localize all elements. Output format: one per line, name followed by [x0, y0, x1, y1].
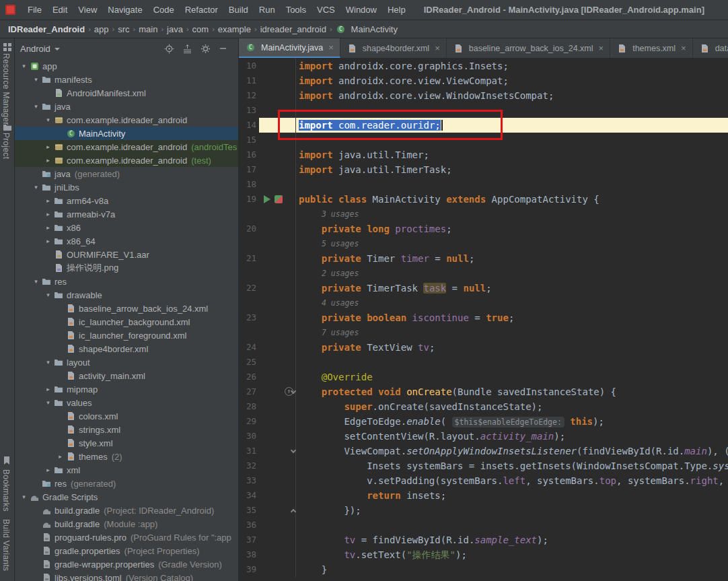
line-number[interactable]: 37 — [239, 533, 259, 547]
line-number[interactable]: 26 — [239, 370, 259, 384]
line-number[interactable]: 11 — [239, 73, 259, 88]
code-line[interactable]: 29 EdgeToEdge.enable( $this$enableEdgeTo… — [239, 414, 728, 429]
app-icon[interactable] — [5, 5, 15, 15]
line-number[interactable]: 13 — [239, 103, 259, 118]
inlay-hint-row[interactable]: 7 usages — [239, 325, 728, 340]
breadcrumb-item[interactable]: CMainActivity — [334, 24, 399, 34]
tree-item[interactable]: ▾values — [15, 396, 238, 409]
menu-build[interactable]: Build — [223, 0, 254, 20]
stripe-label-resource-manager[interactable]: Resource Manager — [1, 53, 11, 125]
line-number[interactable]: 14 — [239, 118, 259, 133]
chevron-down-icon[interactable]: ▾ — [31, 76, 41, 83]
tree-item[interactable]: ▸armeabi-v7a — [15, 207, 238, 221]
line-number[interactable]: 39 — [239, 562, 259, 577]
chevron-right-icon[interactable]: ▸ — [43, 467, 53, 473]
tab-close-icon[interactable]: × — [681, 43, 686, 53]
fold-up-icon[interactable] — [291, 509, 296, 514]
line-number[interactable]: 18 — [239, 177, 259, 192]
tree-item[interactable]: ic_launcher_background.xml — [15, 315, 238, 329]
usages-hint[interactable]: 2 usages — [322, 269, 359, 278]
breadcrumb-item[interactable]: IDReader_Android — [7, 24, 86, 34]
tree-item[interactable]: ▸xml — [15, 463, 238, 477]
tree-item[interactable]: ic_launcher_foreground.xml — [15, 329, 238, 342]
stripe-label-bookmarks[interactable]: Bookmarks — [1, 469, 11, 512]
tree-item[interactable]: ▾java — [15, 100, 238, 113]
chevron-down-icon[interactable]: ▾ — [43, 399, 53, 406]
editor-tab[interactable]: shape4border.xml× — [340, 38, 447, 58]
line-number[interactable]: 17 — [239, 162, 259, 177]
code-line[interactable]: 35 }); — [239, 503, 728, 518]
chevron-down-icon[interactable]: ▾ — [31, 103, 41, 110]
tree-item[interactable]: ▾app — [15, 59, 238, 73]
tree-item[interactable]: libs.versions.toml(Version Catalog) — [15, 571, 238, 581]
menu-help[interactable]: Help — [382, 0, 411, 20]
chevron-right-icon[interactable]: ▸ — [43, 157, 53, 164]
hide-panel-icon[interactable] — [219, 44, 229, 54]
editor-tab[interactable]: data_ex — [693, 38, 728, 58]
menu-edit[interactable]: Edit — [47, 0, 73, 20]
chevron-right-icon[interactable]: ▸ — [55, 453, 65, 460]
project-view-selector[interactable]: Android — [20, 44, 60, 54]
code-line[interactable]: 10import androidx.core.graphics.Insets; — [239, 59, 728, 73]
tree-item[interactable]: activity_main.xml — [15, 369, 238, 382]
select-opened-file-icon[interactable] — [164, 44, 174, 54]
breadcrumb-item[interactable]: app — [93, 24, 110, 34]
menu-file[interactable]: File — [22, 0, 47, 20]
line-number[interactable]: 21 — [239, 251, 259, 266]
line-number[interactable] — [239, 325, 259, 340]
line-number[interactable]: 25 — [239, 355, 259, 370]
menu-run[interactable]: Run — [254, 0, 281, 20]
code-line[interactable]: 37 tv = findViewById(R.id.sample_text); — [239, 533, 728, 547]
code-line[interactable]: 15 — [239, 133, 728, 147]
inlay-hint-row[interactable]: 2 usages — [239, 266, 728, 281]
menu-navigate[interactable]: Navigate — [102, 0, 147, 20]
code-line[interactable]: 33 v.setPadding(systemBars.left, systemB… — [239, 473, 728, 488]
code-line[interactable]: 22 private TimerTask task = null; — [239, 281, 728, 296]
chevron-right-icon[interactable]: ▸ — [43, 224, 53, 231]
chevron-down-icon[interactable]: ▾ — [19, 63, 29, 69]
tree-item[interactable]: style.xml — [15, 436, 238, 450]
editor-tab[interactable]: CMainActivity.java× — [239, 38, 340, 58]
editor-tab[interactable]: baseline_arrow_back_ios_24.xml× — [447, 38, 610, 58]
tree-item[interactable]: ▾jniLibs — [15, 180, 238, 194]
resource-manager-icon[interactable] — [3, 42, 12, 52]
tree-item[interactable]: build.gradle(Project: IDReader_Android) — [15, 504, 238, 517]
code-line[interactable]: 20 private long proctimes; — [239, 221, 728, 236]
tree-item[interactable]: ▾manifests — [15, 73, 238, 86]
code-line[interactable]: 13 — [239, 103, 728, 118]
tree-item[interactable]: ▸mipmap — [15, 382, 238, 396]
stripe-label-build-variants[interactable]: Build Variants — [1, 519, 11, 571]
chevron-down-icon[interactable]: ▾ — [31, 184, 41, 191]
usages-hint[interactable]: 3 usages — [322, 209, 359, 219]
line-number[interactable]: 29 — [239, 414, 259, 429]
line-number[interactable]: 20 — [239, 221, 259, 236]
line-number[interactable]: 10 — [239, 59, 259, 73]
code-line[interactable]: 27↑ protected void onCreate(Bundle saved… — [239, 384, 728, 399]
stripe-label-project[interactable]: Project — [1, 133, 11, 159]
tree-item[interactable]: colors.xml — [15, 409, 238, 423]
line-number[interactable]: 19 — [239, 192, 259, 207]
chevron-down-icon[interactable]: ▾ — [31, 278, 41, 285]
breadcrumb-item[interactable]: example — [217, 24, 252, 34]
settings-gear-icon[interactable] — [201, 44, 211, 54]
breadcrumb-item[interactable]: com — [191, 24, 211, 34]
breadcrumb-item[interactable]: idreader_android — [259, 24, 328, 34]
code-line[interactable]: 30 setContentView(R.layout.activity_main… — [239, 429, 728, 444]
tree-item[interactable]: strings.xml — [15, 423, 238, 436]
fold-down-icon[interactable] — [291, 448, 296, 453]
usages-hint[interactable]: 5 usages — [322, 239, 359, 248]
inlay-hint-row[interactable]: 4 usages — [239, 296, 728, 310]
tree-item[interactable]: ▸x86_64 — [15, 234, 238, 248]
run-secondary-icon[interactable] — [275, 195, 283, 203]
tree-item[interactable]: gradle-wrapper.properties(Gradle Version… — [15, 557, 238, 571]
menu-refactor[interactable]: Refactor — [180, 0, 223, 20]
tree-item[interactable]: ▸com.example.idreader_android(test) — [15, 153, 238, 167]
tree-item[interactable]: ▸arm64-v8a — [15, 194, 238, 207]
chevron-down-icon[interactable]: ▾ — [43, 292, 53, 298]
line-number[interactable]: 15 — [239, 133, 259, 147]
line-number[interactable]: 34 — [239, 488, 259, 503]
chevron-right-icon[interactable]: ▸ — [43, 197, 53, 204]
code-line[interactable]: 24 private TextView tv; — [239, 340, 728, 355]
code-line[interactable]: 34 return insets; — [239, 488, 728, 503]
code-line[interactable]: 31 ViewCompat.setOnApplyWindowInsetsList… — [239, 444, 728, 458]
